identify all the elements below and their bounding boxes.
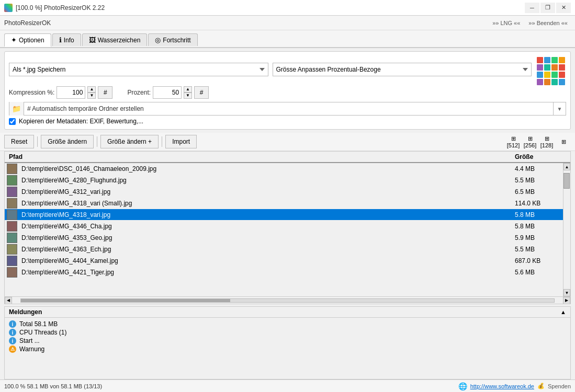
resize-mode-select[interactable]: Grösse Anpassen Prozentual-Bezoge	[273, 63, 532, 76]
tab-fortschritt[interactable]: ◎ Fortschritt	[148, 33, 197, 46]
info-icon: ℹ	[59, 36, 62, 44]
file-size: 4.4 MB	[511, 165, 563, 172]
horizontal-scrollbar[interactable]: ◀ ▶	[5, 296, 570, 304]
compression-up[interactable]: ▲	[87, 86, 96, 93]
folder-row: 📁 # Automatisch temporäre Ordner erstell…	[9, 102, 566, 116]
messages-header: Meldungen ▲	[5, 307, 570, 318]
table-row[interactable]: D:\temp\tiere\DSC_0146_Chamaeleon_2009.j…	[5, 163, 563, 175]
table-row[interactable]: D:\temp\tiere\MG_4346_Cha.jpg5.8 MB	[5, 221, 563, 232]
compression-group: Kompression %: ▲ ▼ #	[9, 86, 112, 99]
scroll-right-arrow[interactable]: ▶	[563, 297, 570, 304]
prozent-input[interactable]	[153, 86, 182, 99]
file-size: 114.0 KB	[511, 200, 563, 207]
reset-button[interactable]: Reset	[4, 135, 34, 148]
compression-hash-btn[interactable]: #	[98, 86, 112, 99]
close-button[interactable]: ✕	[556, 3, 571, 13]
status-url[interactable]: http://www.softwareok.de	[470, 383, 534, 389]
table-row[interactable]: D:\temp\tiere\MG_4363_Ech.jpg5.5 MB	[5, 244, 563, 255]
table-row[interactable]: D:\temp\tiere\MG_4318_vari (Small).jpg11…	[5, 198, 563, 209]
tabbar: ✦ Optionen ℹ Info 🖼 Wasserzeichen ◎ Fort…	[0, 30, 575, 48]
app-icon	[4, 4, 13, 12]
grid-view-button[interactable]: ⊞	[556, 135, 571, 148]
grid-icon: ⊞	[561, 139, 566, 145]
exit-action[interactable]: »» Beenden ««	[525, 19, 571, 27]
scroll-down-arrow[interactable]: ▼	[563, 289, 570, 296]
save-format-select[interactable]: Als *.jpg Speichern	[9, 63, 268, 76]
message-text: Warnung	[19, 345, 44, 353]
info-icon: i	[9, 337, 16, 344]
file-thumbnail	[7, 187, 17, 197]
table-row[interactable]: D:\temp\tiere\MG_4353_Geo.jpg5.9 MB	[5, 232, 563, 244]
header-spacer	[563, 153, 570, 160]
sep-1	[37, 136, 38, 147]
file-thumbnail	[7, 198, 17, 209]
compression-label: Kompression %:	[9, 89, 54, 96]
icon-256-label: ⊞ [256]	[523, 135, 537, 148]
file-list-scroll[interactable]: D:\temp\tiere\DSC_0146_Chamaeleon_2009.j…	[5, 163, 563, 296]
btn-512[interactable]: ⊞ [512]	[506, 135, 521, 148]
file-thumbnail	[7, 233, 17, 243]
table-row[interactable]: D:\temp\tiere\MG_4404_Kamel.jpg687.0 KB	[5, 255, 563, 267]
minimize-button[interactable]: ─	[525, 3, 539, 13]
compression-down[interactable]: ▼	[87, 93, 96, 99]
scroll-up-arrow[interactable]: ▲	[563, 163, 570, 170]
h-scroll-thumb[interactable]	[21, 299, 230, 302]
prozent-group: Prozent: ▲ ▼ #	[127, 86, 209, 99]
vertical-scrollbar[interactable]: ▲ ▼	[563, 163, 570, 296]
icon-512-label: ⊞ [512]	[506, 135, 520, 148]
resize-button[interactable]: Größe ändern	[41, 135, 94, 148]
btn-128[interactable]: ⊞ [128]	[539, 135, 554, 148]
file-path: D:\temp\tiere\MG_4318_vari (Small).jpg	[19, 200, 511, 207]
list-item: ⚠Warnung	[5, 345, 570, 353]
lng-action[interactable]: »» LNG ««	[489, 19, 523, 27]
status-text: 100.0 % 58.1 MB von 58.1 MB (13/13)	[4, 383, 454, 389]
scroll-thumb[interactable]	[563, 173, 570, 189]
file-path: D:\temp\tiere\MG_4404_Kamel.jpg	[19, 257, 511, 264]
app-logo	[536, 56, 566, 83]
table-row[interactable]: D:\temp\tiere\MG_4421_Tiger.jpg5.6 MB	[5, 267, 563, 278]
file-size: 5.6 MB	[511, 269, 563, 276]
file-list-container: Pfad Größe D:\temp\tiere\DSC_0146_Chamae…	[4, 151, 571, 304]
messages-collapse[interactable]: ▲	[560, 309, 566, 315]
file-thumbnail	[7, 164, 17, 174]
table-row[interactable]: D:\temp\tiere\MG_4312_vari.jpg6.5 MB	[5, 186, 563, 198]
file-path: D:\temp\tiere\MG_4318_vari.jpg	[19, 211, 511, 218]
messages-title: Meldungen	[9, 308, 42, 316]
prozent-down[interactable]: ▼	[184, 93, 192, 99]
restore-button[interactable]: ❐	[540, 3, 555, 13]
folder-dropdown-arrow[interactable]: ▼	[553, 102, 566, 116]
messages-scroll[interactable]: iTotal 58.1 MBiCPU Threads (1)iStart ...…	[5, 318, 570, 379]
tab-info[interactable]: ℹ Info	[52, 33, 81, 46]
table-row[interactable]: D:\temp\tiere\MG_4318_vari.jpg5.8 MB	[5, 209, 563, 221]
status-right: 🌐 http://www.softwareok.de 💰 Spenden	[458, 382, 571, 390]
format-row: Als *.jpg Speichern Grösse Anpassen Proz…	[9, 56, 566, 83]
tab-optionen[interactable]: ✦ Optionen	[4, 33, 51, 47]
prozent-up[interactable]: ▲	[184, 86, 192, 93]
table-row[interactable]: D:\temp\tiere\MG_4280_Flughund.jpg5.5 MB	[5, 175, 563, 186]
globe-icon: 🌐	[458, 382, 467, 390]
scroll-left-arrow[interactable]: ◀	[5, 297, 12, 304]
metadata-row: Kopieren der Metadaten: EXIF, Bewertung,…	[9, 118, 566, 125]
tab-wasserzeichen[interactable]: 🖼 Wasserzeichen	[82, 33, 148, 46]
file-path: D:\temp\tiere\MG_4363_Ech.jpg	[19, 246, 511, 253]
col-size-header: Größe	[511, 153, 563, 160]
messages-panel: Meldungen ▲ iTotal 58.1 MBiCPU Threads (…	[4, 306, 571, 379]
btn-256[interactable]: ⊞ [256]	[523, 135, 537, 148]
prozent-hash-btn[interactable]: #	[194, 86, 209, 99]
file-list-body: D:\temp\tiere\DSC_0146_Chamaeleon_2009.j…	[5, 163, 570, 296]
import-button[interactable]: Import	[165, 135, 197, 148]
folder-icon: 📁	[9, 102, 24, 116]
menubar-actions: »» LNG «« »» Beenden ««	[489, 19, 571, 27]
metadata-checkbox[interactable]	[9, 118, 16, 125]
file-thumbnail	[7, 175, 17, 186]
compression-spinner: ▲ ▼	[87, 86, 96, 99]
metadata-label: Kopieren der Metadaten: EXIF, Bewertung,…	[19, 118, 143, 125]
file-size: 6.5 MB	[511, 188, 563, 195]
compression-input[interactable]	[57, 86, 85, 99]
list-item: iTotal 58.1 MB	[5, 320, 570, 328]
list-item: iCPU Threads (1)	[5, 328, 570, 337]
message-text: CPU Threads (1)	[19, 329, 66, 336]
file-thumbnail	[7, 256, 17, 266]
donate-button[interactable]: Spenden	[548, 383, 571, 389]
resize-plus-button[interactable]: Größe ändern +	[100, 135, 159, 148]
